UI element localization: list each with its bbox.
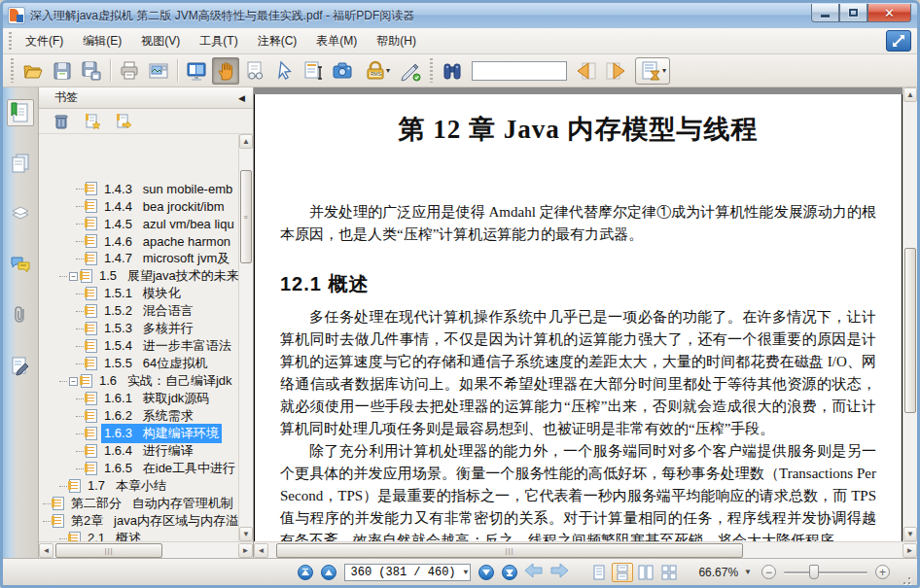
toolbar-gripper-2[interactable] <box>429 58 434 83</box>
save-as-button[interactable] <box>78 57 105 85</box>
zoom-dropdown-caret[interactable]: ▼ <box>744 568 752 576</box>
bookmark-item[interactable]: − 1.4.4 bea jrockit/ibm <box>39 197 238 215</box>
save-button[interactable] <box>49 57 76 85</box>
scroll-right-arrow[interactable]: ► <box>238 543 253 558</box>
bookmark-item[interactable]: − 1.6.1 获取jdk源码 <box>39 390 238 407</box>
menu-gripper[interactable] <box>8 32 13 50</box>
layers-panel-button[interactable] <box>7 200 34 227</box>
bookmark-item[interactable]: − 1.5.4 进一步丰富语法 <box>39 337 238 355</box>
first-page-button[interactable] <box>298 565 313 580</box>
signatures-panel-button[interactable] <box>7 352 34 379</box>
continuous-facing-view-button[interactable] <box>658 563 680 582</box>
rms-dropdown-caret[interactable]: ▾ <box>386 66 390 75</box>
find-next-button[interactable] <box>602 57 629 85</box>
attachments-panel-button[interactable] <box>7 301 34 329</box>
menu-item[interactable]: 视图(V) <box>131 29 190 53</box>
single-page-view-button[interactable] <box>588 563 610 582</box>
doc-scroll-down-arrow[interactable]: ▼ <box>903 527 917 541</box>
bookmark-item[interactable]: − 1.6.2 系统需求 <box>39 407 238 425</box>
bookmark-item[interactable]: − 1.5.1 模块化 <box>39 285 238 302</box>
search-button[interactable] <box>439 57 466 85</box>
scroll-down-arrow[interactable]: ▼ <box>239 527 253 541</box>
previous-page-button[interactable] <box>321 565 336 580</box>
bookmark-item[interactable]: − 1.6 实战：自己编译jdk <box>39 372 238 390</box>
title-bar[interactable]: 深入理解java虚拟机 第二版 JVM高级特性与最佳实践.pdf - 福昕PDF… <box>3 3 917 28</box>
menu-item[interactable]: 编辑(E) <box>73 29 131 53</box>
comments-panel-button[interactable] <box>7 251 34 278</box>
rms-protect-button[interactable]: RMS ▾ <box>358 57 395 85</box>
page-dropdown-caret[interactable]: ▼ <box>464 568 469 576</box>
email-button[interactable] <box>145 57 172 85</box>
history-forward-button[interactable] <box>549 563 569 582</box>
select-text-button[interactable] <box>300 57 327 85</box>
toolbar-gripper[interactable] <box>10 58 15 83</box>
doc-scroll-up-arrow[interactable]: ▲ <box>903 87 917 102</box>
menu-item[interactable]: 注释(C) <box>248 29 307 53</box>
reader-mode-button[interactable] <box>241 57 268 85</box>
bookmarks-panel-button[interactable] <box>7 99 34 126</box>
screen-mode-button[interactable] <box>183 57 210 85</box>
menu-item[interactable]: 文件(F) <box>16 29 73 53</box>
snapshot-button[interactable] <box>329 57 356 85</box>
resize-grip[interactable] <box>900 573 911 585</box>
collapse-toggle[interactable]: − <box>69 272 78 281</box>
bookmark-item[interactable]: − 1.4.7 microsoft jvm及 <box>39 250 238 267</box>
add-bookmark-icon <box>84 113 101 130</box>
open-button[interactable] <box>19 57 47 85</box>
zoom-out-button[interactable]: − <box>761 565 776 579</box>
doc-scroll-left-arrow[interactable]: ◄ <box>254 543 268 558</box>
bookmark-item[interactable]: − 1.6.5 在ide工具中进行 <box>39 460 238 477</box>
async-dropdown-caret[interactable]: ▾ <box>662 66 666 75</box>
find-previous-button[interactable] <box>573 57 600 85</box>
bookmark-item[interactable]: − 1.4.3 sun mobile-emb <box>39 180 238 197</box>
expand-bookmark-button[interactable] <box>113 111 134 132</box>
delete-bookmark-button[interactable] <box>51 111 72 132</box>
bookmark-item[interactable]: − 1.5.2 混合语言 <box>39 302 238 320</box>
bookmark-item[interactable]: − 1.6.3 构建编译环境 <box>39 425 238 442</box>
sidebar-horizontal-scrollbar[interactable]: ◄ ||| ► <box>39 541 253 558</box>
last-page-button[interactable] <box>502 565 517 580</box>
close-button[interactable]: ✕ <box>867 4 911 22</box>
continuous-view-button[interactable] <box>612 563 633 582</box>
history-back-button[interactable] <box>524 563 544 582</box>
menu-item[interactable]: 表单(M) <box>306 29 367 53</box>
facing-view-button[interactable] <box>635 563 656 582</box>
bookmark-item[interactable]: − 1.4.6 apache harmon <box>39 232 238 250</box>
fullscreen-toggle-button[interactable] <box>886 30 911 52</box>
bookmark-item[interactable]: − 1.4.5 azul vm/bea liqu <box>39 215 238 232</box>
menu-item[interactable]: 帮助(H) <box>367 29 426 53</box>
menu-item[interactable]: 工具(T) <box>190 29 247 53</box>
scroll-up-arrow[interactable]: ▲ <box>239 134 253 149</box>
bookmark-item[interactable]: − 1.7 本章小结 <box>39 477 238 495</box>
sign-button[interactable] <box>397 57 424 85</box>
bookmark-item[interactable]: − 第2章 java内存区域与内存溢 <box>39 512 238 530</box>
sidebar-vertical-scrollbar[interactable]: ▲ ≡ ▼ <box>238 134 253 541</box>
bookmark-item[interactable]: − 1.5.3 多核并行 <box>39 320 238 337</box>
minimize-button[interactable] <box>811 4 839 22</box>
zoom-in-button[interactable]: + <box>875 565 890 579</box>
hand-tool-button[interactable] <box>212 57 239 85</box>
scroll-left-arrow[interactable]: ◄ <box>39 543 53 558</box>
pdf-page[interactable]: 第 12 章 Java 内存模型与线程 并发处理的广泛应用是使得 Amdahl … <box>254 94 902 541</box>
bookmark-item[interactable]: − 1.5 展望java技术的未来 <box>39 267 238 285</box>
page-number-box[interactable]: 360 (381 / 460) ▼ <box>344 564 472 581</box>
bookmark-item[interactable]: − 2.1 概述 <box>39 530 238 541</box>
sidebar-collapse-button[interactable]: ◀ <box>238 93 245 103</box>
document-horizontal-scrollbar[interactable]: ◄ ||| ► <box>254 541 917 558</box>
add-bookmark-button[interactable] <box>82 111 103 132</box>
pages-panel-button[interactable] <box>7 150 34 177</box>
bookmark-item[interactable]: − 1.6.4 进行编译 <box>39 442 238 460</box>
print-button[interactable] <box>116 57 143 85</box>
search-input[interactable] <box>472 61 567 81</box>
select-tool-button[interactable] <box>270 57 298 85</box>
next-page-button[interactable] <box>478 565 494 580</box>
zoom-slider-thumb[interactable] <box>809 565 819 579</box>
collapse-toggle[interactable]: − <box>69 377 78 386</box>
document-vertical-scrollbar[interactable]: ▲ ▼ <box>902 87 917 541</box>
bookmark-item[interactable]: − 第二部分 自动内存管理机制 <box>39 495 238 512</box>
bookmark-item[interactable]: − 1.5.5 64位虚拟机 <box>39 355 238 372</box>
async-document-button[interactable]: ▾ <box>635 57 670 85</box>
maximize-button[interactable] <box>839 4 867 22</box>
zoom-slider[interactable] <box>784 565 867 579</box>
doc-scroll-right-arrow[interactable]: ► <box>902 543 917 558</box>
